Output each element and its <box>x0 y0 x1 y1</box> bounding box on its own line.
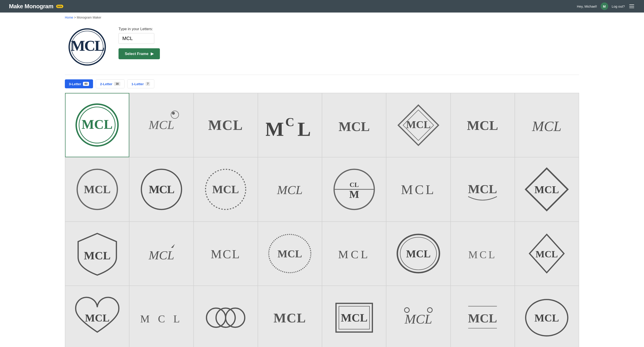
grid-cell-11[interactable]: MCL <box>194 157 258 221</box>
svg-text:MCL: MCL <box>277 183 302 197</box>
tab-1-letter-count: 7 <box>146 82 150 86</box>
header-right: Hey, Michael! M Log out? <box>577 2 635 10</box>
top-section: MCL Type in your Letters: Select Frame ▶ <box>65 24 579 69</box>
select-frame-label: Select Frame <box>125 52 148 56</box>
svg-text:MCL: MCL <box>212 183 239 196</box>
grid-cell-5[interactable]: MCL <box>322 93 386 157</box>
breadcrumb-home[interactable]: Home <box>65 16 73 19</box>
grid-cell-22[interactable]: MCL <box>386 222 450 286</box>
svg-point-7 <box>171 111 179 118</box>
grid-cell-4[interactable]: M C L <box>258 93 322 157</box>
svg-text:MCL: MCL <box>338 119 370 134</box>
input-label: Type in your Letters: <box>118 27 160 31</box>
grid-cell-25[interactable]: MCL <box>65 286 129 347</box>
svg-text:MCL: MCL <box>341 311 368 324</box>
tab-2-letter-label: 2-Letter <box>100 82 112 86</box>
hamburger-line-3 <box>629 8 634 8</box>
input-group: Type in your Letters: <box>118 27 160 44</box>
breadcrumb-current: Monogram Maker <box>77 16 101 19</box>
svg-text:MCL: MCL <box>85 312 110 324</box>
tab-2-letter[interactable]: 2-Letter 16 <box>96 79 124 88</box>
tab-3-letter-count: 60 <box>83 82 89 86</box>
svg-text:MCL: MCL <box>536 249 558 259</box>
avatar: M <box>600 2 608 10</box>
svg-text:MCL: MCL <box>406 118 431 130</box>
monogram-grid: MCL MCL MCL M C L <box>65 93 579 347</box>
grid-cell-3[interactable]: MCL <box>194 93 258 157</box>
svg-text:MCL: MCL <box>149 183 174 196</box>
grid-cell-6[interactable]: MCL <box>386 93 450 157</box>
select-frame-arrow: ▶ <box>151 52 154 56</box>
greeting-text: Hey, Michael! <box>577 4 597 8</box>
svg-text:CL: CL <box>350 181 359 188</box>
tab-1-letter-label: 1-Letter <box>132 82 144 86</box>
svg-text:M C L: M C L <box>140 313 183 325</box>
svg-text:MCL: MCL <box>208 117 243 133</box>
svg-text:C: C <box>285 115 294 129</box>
letters-input[interactable] <box>118 33 154 44</box>
svg-text:M: M <box>266 118 284 140</box>
grid-cell-28[interactable]: MCL <box>258 286 322 347</box>
grid-cell-30[interactable]: MCL <box>386 286 450 347</box>
svg-text:L: L <box>298 118 311 140</box>
grid-cell-16[interactable]: MCL <box>515 157 579 221</box>
svg-text:MCL: MCL <box>468 249 497 261</box>
grid-cell-7[interactable]: MCL <box>450 93 515 157</box>
svg-text:MCL: MCL <box>532 118 562 134</box>
grid-cell-27[interactable] <box>194 286 258 347</box>
svg-text:M: M <box>349 188 359 200</box>
preview-svg: MCL <box>66 26 108 68</box>
svg-text:MCL: MCL <box>148 118 174 132</box>
grid-cell-14[interactable]: MCL <box>386 157 450 221</box>
grid-cell-31[interactable]: MCL <box>450 286 515 347</box>
hamburger-line-2 <box>629 6 634 6</box>
svg-text:MCL: MCL <box>534 184 559 196</box>
svg-text:MCL: MCL <box>401 182 436 197</box>
svg-text:MCL: MCL <box>467 118 498 133</box>
grid-cell-15[interactable]: MCL <box>450 157 515 221</box>
breadcrumb: Home > Monogram Maker <box>0 12 644 22</box>
grid-cell-18[interactable]: MCL <box>129 222 194 286</box>
svg-text:MCL: MCL <box>84 249 111 262</box>
divider <box>65 75 579 75</box>
tabs-bar: 3-Letter 60 2-Letter 16 1-Letter 7 <box>65 79 579 88</box>
grid-cell-2[interactable]: MCL <box>129 93 194 157</box>
tab-3-letter-label: 3-Letter <box>69 82 81 86</box>
svg-text:MCL: MCL <box>274 311 306 326</box>
grid-cell-21[interactable]: MCL <box>322 222 386 286</box>
beta-badge: beta <box>56 5 64 8</box>
site-header: Make Monogram beta Hey, Michael! M Log o… <box>0 0 644 12</box>
tab-3-letter[interactable]: 3-Letter 60 <box>65 79 93 88</box>
logout-link[interactable]: Log out? <box>612 4 625 8</box>
svg-point-8 <box>172 112 175 115</box>
monogram-preview: MCL <box>65 24 110 69</box>
grid-cell-24[interactable]: MCL <box>515 222 579 286</box>
svg-text:MCL: MCL <box>71 37 104 54</box>
grid-cell-19[interactable]: MCL <box>194 222 258 286</box>
svg-text:MCL: MCL <box>534 312 559 324</box>
svg-text:MCL: MCL <box>468 182 497 196</box>
select-frame-button[interactable]: Select Frame ▶ <box>118 48 160 59</box>
grid-cell-9[interactable]: MCL <box>65 157 129 221</box>
svg-text:MCL: MCL <box>404 312 432 326</box>
svg-text:MCL: MCL <box>84 183 111 196</box>
tab-1-letter[interactable]: 1-Letter 7 <box>127 79 154 88</box>
logo-text: Make Monogram <box>9 3 54 10</box>
grid-cell-13[interactable]: CL M <box>322 157 386 221</box>
svg-text:MCL: MCL <box>338 248 370 261</box>
grid-cell-23[interactable]: MCL <box>450 222 515 286</box>
grid-cell-29[interactable]: MCL <box>322 286 386 347</box>
grid-cell-26[interactable]: M C L <box>129 286 194 347</box>
svg-text:MCL: MCL <box>468 312 497 325</box>
grid-cell-32[interactable]: MCL <box>515 286 579 347</box>
grid-cell-1[interactable]: MCL <box>65 93 129 157</box>
menu-button[interactable] <box>628 4 635 9</box>
svg-text:MCL: MCL <box>406 248 431 260</box>
grid-cell-12[interactable]: MCL <box>258 157 322 221</box>
grid-cell-8[interactable]: MCL <box>515 93 579 157</box>
breadcrumb-separator: > <box>74 16 76 19</box>
grid-cell-20[interactable]: MCL <box>258 222 322 286</box>
grid-cell-17[interactable]: MCL <box>65 222 129 286</box>
grid-cell-10[interactable]: MCL <box>129 157 194 221</box>
svg-text:MCL: MCL <box>82 117 113 132</box>
